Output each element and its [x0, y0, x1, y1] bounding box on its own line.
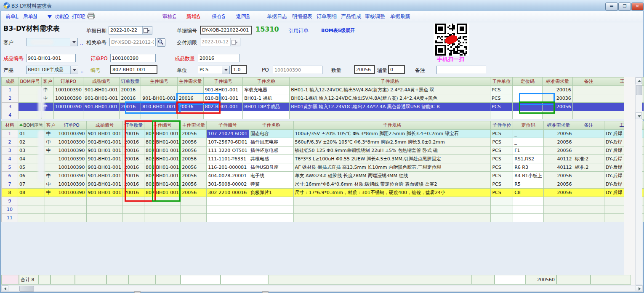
- cell[interactable]: [573, 130, 604, 138]
- chevron-down-icon[interactable]: [222, 66, 229, 74]
- product-col-header[interactable]: 子件编号: [203, 77, 243, 86]
- cell[interactable]: [86, 214, 122, 222]
- cell[interactable]: [513, 197, 544, 205]
- toolbar-audit[interactable]: 审核C: [162, 13, 176, 20]
- product-more-dots[interactable]: ..: [80, 68, 84, 74]
- toolbar-next-doc[interactable]: 后单N: [23, 13, 37, 20]
- cell[interactable]: _: [513, 138, 544, 146]
- cell[interactable]: 901-BH01-001: [83, 94, 119, 103]
- cell[interactable]: PCS: [490, 103, 513, 111]
- cell[interactable]: 901-BH01-001: [86, 155, 122, 163]
- cell[interactable]: 负极弹片1: [249, 189, 293, 197]
- cell[interactable]: 20036: [177, 103, 203, 111]
- cell[interactable]: 中: [45, 180, 57, 189]
- cell[interactable]: [122, 197, 144, 205]
- cell[interactable]: BH01-1裸机 输入12-24VDC,输出5V/4.8A(新方案) 2.4*2…: [290, 94, 490, 103]
- cell[interactable]: 560uF/6.3V ±20% 105℃ Φ6.3*8mm 脚距2.5mm 脚长…: [293, 138, 491, 146]
- cell[interactable]: PCS: [491, 155, 513, 163]
- horizontal-scrollbar[interactable]: [1, 285, 643, 292]
- unit-factor-input[interactable]: [231, 65, 247, 74]
- cell[interactable]: 固态电容: [249, 130, 293, 138]
- cell[interactable]: [181, 197, 207, 205]
- cell[interactable]: 中: [45, 138, 57, 146]
- cell[interactable]: 20056: [181, 130, 207, 138]
- cell[interactable]: 插件环形电感: [249, 146, 293, 155]
- material-col-header[interactable]: BOM序号: [18, 121, 45, 130]
- cell[interactable]: [512, 94, 542, 103]
- row-number[interactable]: 2: [2, 138, 18, 146]
- cell[interactable]: C8: [513, 189, 544, 197]
- material-col-header[interactable]: 主件需求量: [181, 121, 207, 130]
- cell[interactable]: [45, 197, 57, 205]
- cell[interactable]: [544, 205, 573, 214]
- row-number[interactable]: 11: [2, 214, 18, 222]
- cell[interactable]: PCS: [491, 163, 513, 172]
- cell[interactable]: 20056: [181, 155, 207, 163]
- cell[interactable]: 插件固态电容: [249, 138, 293, 146]
- cell[interactable]: R4 B1小板上: [513, 172, 544, 180]
- cell[interactable]: 901-BH01-001: [86, 163, 122, 172]
- cell[interactable]: 901-BH01-001: [86, 138, 122, 146]
- cell[interactable]: 20016: [120, 94, 141, 103]
- cell[interactable]: 802-BH01-001: [144, 172, 180, 180]
- toolbar-function[interactable]: 功能O: [55, 13, 69, 20]
- cell[interactable]: PCS: [490, 86, 513, 94]
- product-col-header[interactable]: 成品编号: [83, 77, 119, 86]
- cell[interactable]: 107-21074-6D01: [207, 130, 249, 138]
- cell[interactable]: [203, 111, 243, 120]
- cell[interactable]: 20036: [543, 94, 572, 103]
- cell[interactable]: [181, 205, 207, 214]
- cell[interactable]: [177, 111, 203, 120]
- cell[interactable]: [573, 205, 604, 214]
- cell[interactable]: [573, 146, 604, 155]
- row-number[interactable]: 4: [2, 155, 18, 163]
- cell[interactable]: [512, 86, 542, 94]
- toolbar-audit-adjust[interactable]: 审核调整: [365, 13, 385, 20]
- cell[interactable]: R6 R3: [513, 163, 544, 172]
- row-number[interactable]: 4: [2, 111, 19, 120]
- row-number[interactable]: 8: [2, 189, 18, 197]
- row-number[interactable]: 5: [2, 163, 18, 172]
- cell[interactable]: 901-BH01-001: [86, 130, 122, 138]
- cell[interactable]: [86, 197, 122, 205]
- cell[interactable]: 电子线: [249, 172, 293, 180]
- cell[interactable]: AF 铁材质 侧插式直插 高13.5mm 长10mm 内附黑色胶芯,三脚定位脚: [293, 163, 491, 172]
- cell[interactable]: 100100390: [57, 163, 86, 172]
- cell[interactable]: R5: [513, 180, 544, 189]
- cell[interactable]: [573, 180, 604, 189]
- material-col-header[interactable]: 标准需求量: [544, 121, 573, 130]
- product-col-header[interactable]: 子件名称: [243, 77, 290, 86]
- cell[interactable]: 111-3220-OT501: [207, 146, 249, 155]
- material-col-header[interactable]: 成品编号: [86, 121, 122, 130]
- cell[interactable]: 107-25670-6D01: [207, 138, 249, 146]
- aux-qty-input[interactable]: [388, 65, 405, 74]
- cell[interactable]: F1: [513, 146, 544, 155]
- cell[interactable]: 901-BH01-001: [83, 86, 119, 94]
- cell[interactable]: [573, 138, 604, 146]
- cell[interactable]: 100100390: [53, 103, 83, 111]
- cell[interactable]: BH01-1 裸机: [243, 94, 290, 103]
- cell[interactable]: [249, 197, 293, 205]
- material-col-header[interactable]: 子件规格: [293, 121, 491, 130]
- cell[interactable]: [141, 111, 177, 120]
- cell[interactable]: [207, 205, 249, 214]
- cell[interactable]: 100100390: [57, 155, 86, 163]
- material-col-header[interactable]: 订单数量: [122, 121, 144, 130]
- row-number[interactable]: 1: [2, 86, 19, 94]
- cell[interactable]: [293, 205, 491, 214]
- cell[interactable]: 中: [45, 189, 57, 197]
- cell[interactable]: 901-BH01-001: [86, 172, 122, 180]
- row-number[interactable]: 9: [2, 197, 18, 205]
- cell[interactable]: 20056: [181, 163, 207, 172]
- minimize-button[interactable]: ▬: [605, 3, 618, 11]
- cell[interactable]: 20016: [120, 103, 141, 111]
- cell[interactable]: 20016: [120, 86, 141, 94]
- quote-order-link[interactable]: 引用订单: [288, 27, 309, 35]
- toolbar-doc-refresh[interactable]: 单据刷新: [390, 13, 410, 20]
- cell[interactable]: 20056: [544, 138, 573, 146]
- cell[interactable]: 802-BH01-001: [203, 103, 243, 111]
- bom-expand-link[interactable]: BOM表5级展开: [321, 27, 355, 34]
- row-number[interactable]: 7: [2, 180, 18, 189]
- cell[interactable]: 20056: [544, 146, 573, 155]
- cell[interactable]: 20056: [181, 146, 207, 155]
